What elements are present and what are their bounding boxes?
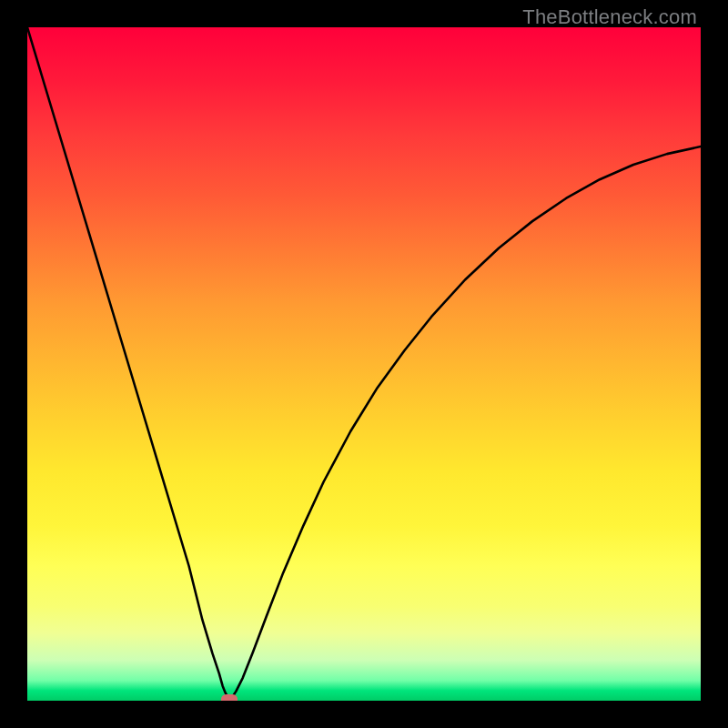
curve-layer	[27, 27, 701, 701]
sweet-spot-marker	[221, 694, 238, 701]
watermark-text: TheBottleneck.com	[522, 5, 697, 29]
plot-area	[27, 27, 701, 701]
bottleneck-curve	[27, 27, 701, 700]
plot-frame: TheBottleneck.com	[0, 0, 728, 728]
